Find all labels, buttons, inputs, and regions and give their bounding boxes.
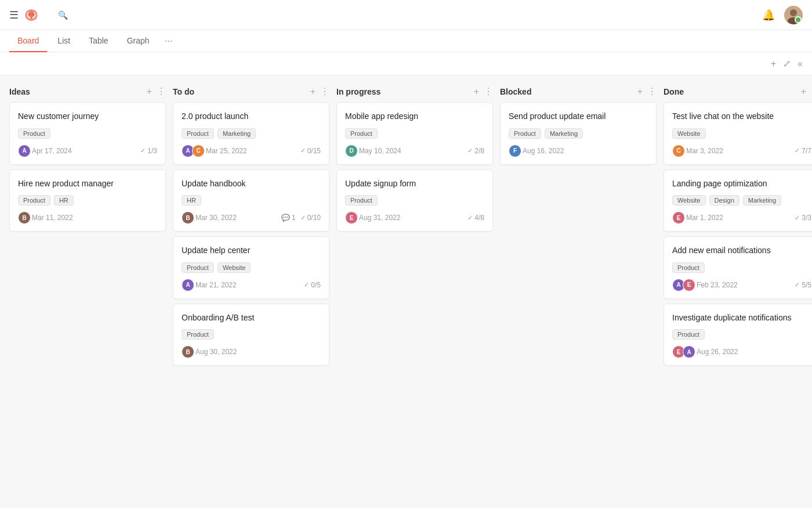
card-meta: B Mar 11, 2022 — [18, 211, 73, 224]
card-meta: A Apr 17, 2024 — [18, 145, 72, 157]
card-tags: ProductMarketing — [509, 128, 648, 139]
card-title: Update signup form — [345, 178, 484, 190]
card-stats: ✓7/7 — [795, 147, 811, 155]
card-date: Aug 31, 2022 — [359, 214, 400, 222]
tag: Product — [509, 128, 541, 139]
tag: Product — [345, 128, 378, 139]
card-c4[interactable]: Update handbook HR B Mar 30, 2022 💬1✓0/1… — [173, 170, 329, 232]
check-stat: ✓2/8 — [467, 147, 484, 155]
column-add-done[interactable]: + — [801, 87, 806, 96]
column-more-inprogress[interactable]: ⋮ — [484, 87, 493, 96]
avatar-stack: C — [672, 145, 683, 157]
card-footer: C Mar 3, 2022 ✓7/7 — [672, 145, 811, 157]
card-title: Landing page optimization — [672, 178, 811, 190]
card-c2[interactable]: Hire new product manager ProductHR B Mar… — [9, 170, 166, 232]
column-add-blocked[interactable]: + — [637, 87, 643, 96]
avatar: F — [509, 145, 521, 157]
expand-button[interactable]: ⤢ — [783, 58, 791, 69]
user-avatar[interactable] — [784, 6, 803, 24]
card-footer: AC Mar 25, 2022 ✓0/15 — [182, 145, 321, 157]
card-tags: Product — [18, 128, 157, 139]
card-stats: ✓5/5 — [795, 281, 811, 289]
card-date: Mar 1, 2022 — [686, 214, 723, 222]
column-header-inprogress: In progress + ⋮ — [336, 85, 493, 102]
avatar-stack: E — [672, 211, 683, 224]
tag: Marketing — [545, 128, 583, 139]
card-c13[interactable]: Investigate duplicate notifications Prod… — [664, 304, 812, 366]
tabs-bar: Board List Table Graph ⋯ — [0, 30, 812, 52]
tab-board[interactable]: Board — [9, 30, 47, 52]
column-add-ideas[interactable]: + — [147, 87, 152, 96]
card-meta: EA Aug 26, 2022 — [672, 345, 738, 358]
avatar-stack: AE — [672, 279, 693, 291]
avatar: A — [18, 145, 31, 157]
check-stat: ✓3/3 — [795, 214, 811, 222]
hamburger-icon[interactable]: ☰ — [9, 9, 19, 21]
column-inprogress: In progress + ⋮ Mobile app redesign Prod… — [336, 85, 493, 236]
card-date: Apr 17, 2024 — [32, 147, 72, 155]
column-add-todo[interactable]: + — [310, 87, 316, 96]
card-c12[interactable]: Add new email notifications Product AE F… — [664, 236, 812, 299]
card-c8[interactable]: Update signup form Product E Aug 31, 202… — [336, 170, 493, 232]
card-c3[interactable]: 2.0 product launch ProductMarketing AC M… — [173, 102, 329, 165]
avatar: B — [18, 211, 31, 224]
tab-table[interactable]: Table — [81, 30, 116, 52]
card-c10[interactable]: Test live chat on the website Website C … — [664, 102, 812, 165]
card-stats: ✓0/5 — [304, 281, 321, 289]
collapse-button[interactable]: « — [798, 59, 803, 69]
nav-search[interactable]: 🔍 — [58, 10, 71, 20]
avatar: A — [182, 279, 194, 291]
card-c1[interactable]: New customer journey Product A Apr 17, 2… — [9, 102, 166, 165]
card-meta: E Aug 31, 2022 — [345, 211, 400, 224]
check-stat: ✓7/7 — [795, 147, 811, 155]
column-more-ideas[interactable]: ⋮ — [157, 87, 166, 96]
tag: Product — [182, 262, 214, 273]
avatar: E — [672, 211, 685, 224]
tag: Product — [672, 329, 705, 340]
tab-more-icon[interactable]: ⋯ — [160, 31, 177, 52]
card-tags: Product — [672, 329, 811, 340]
board-header: + ⤢ « — [0, 52, 812, 75]
tag: Product — [182, 128, 214, 139]
avatar: B — [182, 211, 194, 224]
card-c11[interactable]: Landing page optimization WebsiteDesignM… — [664, 170, 812, 232]
card-tags: Product — [345, 195, 484, 206]
column-more-blocked[interactable]: ⋮ — [647, 87, 657, 96]
avatar-stack: F — [509, 145, 519, 157]
tab-graph[interactable]: Graph — [119, 30, 158, 52]
comment-stat: 💬1 — [281, 214, 296, 222]
tab-list[interactable]: List — [49, 30, 78, 52]
bell-icon[interactable]: 🔔 — [762, 9, 775, 21]
check-stat: ✓4/8 — [467, 214, 484, 222]
card-tags: Product — [345, 128, 484, 139]
card-title: 2.0 product launch — [182, 111, 321, 123]
card-c7[interactable]: Mobile app redesign Product D May 10, 20… — [336, 102, 493, 165]
card-title: Hire new product manager — [18, 178, 157, 190]
card-stats: ✓0/15 — [300, 147, 321, 155]
tag: HR — [182, 195, 201, 206]
card-date: Mar 30, 2022 — [195, 214, 237, 222]
avatar-stack: B — [182, 211, 192, 224]
check-stat: ✓0/5 — [304, 281, 321, 289]
add-column-button[interactable]: + — [771, 59, 776, 69]
column-more-todo[interactable]: ⋮ — [320, 87, 329, 96]
card-c5[interactable]: Update help center ProductWebsite A Mar … — [173, 236, 329, 299]
column-add-inprogress[interactable]: + — [474, 87, 479, 96]
card-date: May 10, 2024 — [359, 147, 401, 155]
card-title: Onboarding A/B test — [182, 312, 321, 324]
tag: HR — [54, 195, 74, 206]
check-stat: ✓1/3 — [140, 147, 157, 155]
column-done: Done + ⋮ Test live chat on the website W… — [664, 85, 812, 370]
tag: Marketing — [743, 195, 781, 206]
avatar: A — [683, 345, 695, 358]
column-blocked: Blocked + ⋮ Send product update email Pr… — [500, 85, 657, 170]
avatar-stack: E — [345, 211, 356, 224]
card-title: Add new email notifications — [672, 245, 811, 257]
avatar: C — [672, 145, 685, 157]
check-icon: ✓ — [795, 281, 800, 289]
avatar-stack: D — [345, 145, 356, 157]
card-c9[interactable]: Send product update email ProductMarketi… — [500, 102, 657, 165]
card-title: Update help center — [182, 245, 321, 257]
avatar-stack: A — [182, 279, 192, 291]
card-c6[interactable]: Onboarding A/B test Product B Aug 30, 20… — [173, 304, 329, 366]
